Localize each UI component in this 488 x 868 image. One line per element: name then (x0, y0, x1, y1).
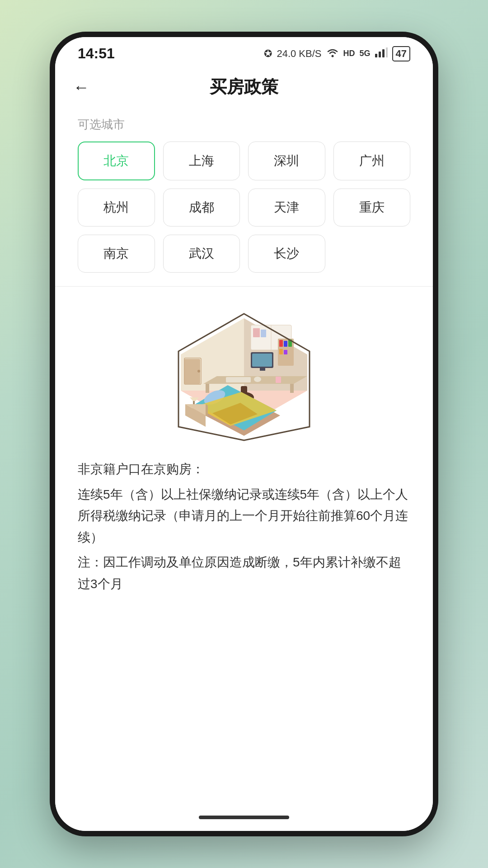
svg-rect-4 (386, 47, 388, 57)
svg-rect-28 (226, 377, 251, 382)
svg-point-0 (331, 55, 333, 57)
svg-rect-20 (279, 340, 283, 347)
svg-marker-41 (206, 404, 208, 417)
city-section-label: 可选城市 (78, 117, 410, 132)
city-grid: 北京 上海 深圳 广州 杭州 成都 天津 重庆 南京 武汉 长沙 (78, 142, 410, 273)
svg-rect-17 (252, 354, 272, 367)
status-time: 14:51 (78, 45, 115, 62)
city-button-tianjin[interactable]: 天津 (248, 189, 325, 226)
city-button-changsha[interactable]: 长沙 (248, 235, 325, 273)
city-button-beijing[interactable]: 北京 (78, 142, 155, 180)
main-content: 可选城市 北京 上海 深圳 广州 杭州 成都 天津 重庆 南京 武汉 长沙 (55, 108, 433, 804)
city-button-wuhan[interactable]: 武汉 (163, 235, 240, 273)
city-button-shenzhen[interactable]: 深圳 (248, 142, 325, 180)
back-button[interactable]: ← (73, 78, 89, 97)
policy-content: 非京籍户口在京购房： 连续5年（含）以上社保缴纳记录或连续5年（含）以上个人所得… (78, 458, 410, 595)
policy-body: 连续5年（含）以上社保缴纳记录或连续5年（含）以上个人所得税缴纳记录（申请月的上… (78, 484, 410, 548)
city-button-nanjing[interactable]: 南京 (78, 235, 155, 273)
status-bar: 14:51 ✪ 24.0 KB/S HD 5G (55, 37, 433, 66)
svg-rect-14 (253, 328, 260, 337)
bluetooth-icon: ✪ (264, 48, 272, 60)
house-illustration (167, 309, 321, 445)
hd-label: HD (343, 49, 355, 58)
svg-point-29 (254, 377, 261, 382)
status-icons: ✪ 24.0 KB/S HD 5G (264, 46, 410, 61)
policy-note: 注：因工作调动及单位原因造成断缴，5年内累计补缴不超过3个月 (78, 552, 410, 594)
svg-rect-21 (284, 341, 287, 347)
battery-icon: 47 (392, 46, 410, 61)
illustration-area (78, 300, 410, 458)
city-button-shanghai[interactable]: 上海 (163, 142, 240, 180)
svg-rect-2 (379, 52, 381, 57)
city-button-chengdu[interactable]: 成都 (163, 189, 240, 226)
divider (55, 286, 433, 287)
phone-frame: 14:51 ✪ 24.0 KB/S HD 5G (50, 32, 438, 836)
svg-rect-24 (284, 350, 287, 354)
fiveg-label: 5G (360, 49, 371, 58)
page-title: 买房政策 (210, 75, 278, 99)
svg-rect-23 (279, 349, 283, 354)
header: ← 买房政策 (55, 66, 433, 108)
home-indicator (199, 816, 289, 819)
svg-rect-26 (206, 384, 209, 393)
svg-point-11 (197, 370, 200, 373)
network-speed: 24.0 KB/S (277, 48, 321, 60)
svg-rect-30 (276, 377, 281, 383)
signal-icon (375, 47, 388, 60)
svg-rect-1 (375, 54, 377, 57)
city-button-hangzhou[interactable]: 杭州 (78, 189, 155, 226)
city-button-chongqing[interactable]: 重庆 (333, 189, 411, 226)
city-button-guangzhou[interactable]: 广州 (333, 142, 411, 180)
svg-rect-18 (260, 368, 265, 371)
svg-rect-3 (382, 49, 385, 57)
svg-rect-15 (261, 330, 266, 337)
policy-title: 非京籍户口在京购房： (78, 458, 410, 480)
wifi-icon (326, 47, 339, 60)
bottom-bar (55, 804, 433, 831)
svg-rect-27 (290, 384, 294, 393)
